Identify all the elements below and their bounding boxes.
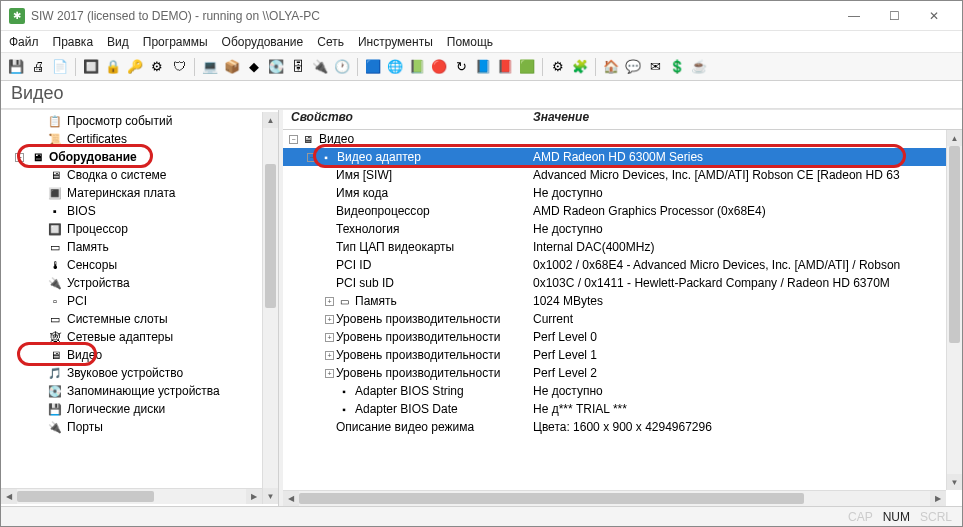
scroll-thumb[interactable] bbox=[949, 146, 960, 343]
prop-row[interactable]: Тип ЦАП видеокартыInternal DAC(400MHz) bbox=[283, 238, 946, 256]
prop-row[interactable]: Имя [SIW]Advanced Micro Devices, Inc. [A… bbox=[283, 166, 946, 184]
tree-item-просмотр-событий[interactable]: 📋Просмотр событий bbox=[1, 112, 262, 130]
tree-scrollbar-vertical[interactable]: ▲ ▼ bbox=[262, 112, 278, 504]
tree-item-процессор[interactable]: 🔲Процессор bbox=[1, 220, 262, 238]
prop-row[interactable]: −🖥Видео bbox=[283, 130, 946, 148]
tree-item-certificates[interactable]: 📜Certificates bbox=[1, 130, 262, 148]
close-button[interactable]: ✕ bbox=[914, 2, 954, 30]
scroll-track-h[interactable] bbox=[299, 491, 930, 506]
toolbar-icon-5[interactable]: 🔒 bbox=[104, 58, 122, 76]
toolbar-icon-31[interactable]: 💬 bbox=[624, 58, 642, 76]
col-name[interactable]: Свойство bbox=[283, 110, 533, 129]
expander-icon[interactable]: − bbox=[15, 153, 24, 162]
toolbar-icon-19[interactable]: 🌐 bbox=[386, 58, 404, 76]
prop-row[interactable]: +Уровень производительностиPerf Level 2 bbox=[283, 364, 946, 382]
menu-оборудование[interactable]: Оборудование bbox=[222, 35, 304, 49]
toolbar-icon-6[interactable]: 🔑 bbox=[126, 58, 144, 76]
tree-item-сенсоры[interactable]: 🌡Сенсоры bbox=[1, 256, 262, 274]
prop-row[interactable]: PCI sub ID0x103C / 0x1411 - Hewlett-Pack… bbox=[283, 274, 946, 292]
tree-item-память[interactable]: ▭Память bbox=[1, 238, 262, 256]
toolbar-icon-24[interactable]: 📕 bbox=[496, 58, 514, 76]
tree-scrollbar-horizontal[interactable]: ◀ ▶ bbox=[1, 488, 262, 504]
menu-программы[interactable]: Программы bbox=[143, 35, 208, 49]
toolbar-icon-8[interactable]: 🛡 bbox=[170, 58, 188, 76]
tree-item-сводка-о-системе[interactable]: 🖥Сводка о системе bbox=[1, 166, 262, 184]
toolbar-icon-14[interactable]: 🗄 bbox=[289, 58, 307, 76]
tree-item-bios[interactable]: ▪BIOS bbox=[1, 202, 262, 220]
scroll-track[interactable] bbox=[947, 146, 962, 474]
tree-item-оборудование[interactable]: −🖥Оборудование bbox=[1, 148, 262, 166]
toolbar-icon-34[interactable]: ☕ bbox=[690, 58, 708, 76]
toolbar-icon-18[interactable]: 🟦 bbox=[364, 58, 382, 76]
prop-row[interactable]: ТехнологияНе доступно bbox=[283, 220, 946, 238]
prop-row[interactable]: +Уровень производительностиPerf Level 0 bbox=[283, 328, 946, 346]
scroll-up-icon[interactable]: ▲ bbox=[947, 130, 962, 146]
scroll-down-icon[interactable]: ▼ bbox=[947, 474, 962, 490]
properties-body[interactable]: −🖥Видео−▪Видео адаптерAMD Radeon HD 6300… bbox=[283, 130, 962, 506]
tree-item-запоминающие-устройства[interactable]: 💽Запоминающие устройства bbox=[1, 382, 262, 400]
tree-item-порты[interactable]: 🔌Порты bbox=[1, 418, 262, 436]
minimize-button[interactable]: — bbox=[834, 2, 874, 30]
tree-item-pci[interactable]: ▫PCI bbox=[1, 292, 262, 310]
toolbar-icon-20[interactable]: 📗 bbox=[408, 58, 426, 76]
prop-row[interactable]: Описание видео режимаЦвета: 1600 x 900 x… bbox=[283, 418, 946, 436]
menu-помощь[interactable]: Помощь bbox=[447, 35, 493, 49]
menu-инструменты[interactable]: Инструменты bbox=[358, 35, 433, 49]
tree-item-видео[interactable]: 🖥Видео bbox=[1, 346, 262, 364]
prop-row[interactable]: −▪Видео адаптерAMD Radeon HD 6300M Serie… bbox=[283, 148, 946, 166]
scroll-thumb-h[interactable] bbox=[299, 493, 804, 504]
toolbar-icon-4[interactable]: 🔲 bbox=[82, 58, 100, 76]
toolbar-icon-16[interactable]: 🕐 bbox=[333, 58, 351, 76]
tree-item-логические-диски[interactable]: 💾Логические диски bbox=[1, 400, 262, 418]
expander-icon[interactable]: − bbox=[289, 135, 298, 144]
expander-icon[interactable]: + bbox=[325, 333, 334, 342]
expander-icon[interactable]: + bbox=[325, 351, 334, 360]
props-scrollbar-vertical[interactable]: ▲ ▼ bbox=[946, 130, 962, 490]
scroll-down-icon[interactable]: ▼ bbox=[263, 488, 278, 504]
tree-item-устройства[interactable]: 🔌Устройства bbox=[1, 274, 262, 292]
props-scrollbar-horizontal[interactable]: ◀ ▶ bbox=[283, 490, 946, 506]
prop-row[interactable]: Имя кодаНе доступно bbox=[283, 184, 946, 202]
prop-row[interactable]: ▪Adapter BIOS StringНе доступно bbox=[283, 382, 946, 400]
scroll-right-icon[interactable]: ▶ bbox=[246, 489, 262, 504]
prop-row[interactable]: +Уровень производительностиPerf Level 1 bbox=[283, 346, 946, 364]
menu-файл[interactable]: Файл bbox=[9, 35, 39, 49]
expander-icon[interactable]: − bbox=[307, 153, 316, 162]
toolbar-icon-11[interactable]: 📦 bbox=[223, 58, 241, 76]
toolbar-icon-21[interactable]: 🔴 bbox=[430, 58, 448, 76]
toolbar-icon-0[interactable]: 💾 bbox=[7, 58, 25, 76]
toolbar-icon-2[interactable]: 📄 bbox=[51, 58, 69, 76]
scroll-up-icon[interactable]: ▲ bbox=[263, 112, 278, 128]
tree-item-системные-слоты[interactable]: ▭Системные слоты bbox=[1, 310, 262, 328]
scroll-thumb-h[interactable] bbox=[17, 491, 154, 502]
tree-item-звуковое-устройство[interactable]: 🎵Звуковое устройство bbox=[1, 364, 262, 382]
scroll-track[interactable] bbox=[263, 128, 278, 488]
prop-row[interactable]: +▭Память1024 MBytes bbox=[283, 292, 946, 310]
toolbar-icon-1[interactable]: 🖨 bbox=[29, 58, 47, 76]
maximize-button[interactable]: ☐ bbox=[874, 2, 914, 30]
prop-row[interactable]: ▪Adapter BIOS DateНе д*** TRIAL *** bbox=[283, 400, 946, 418]
toolbar-icon-33[interactable]: 💲 bbox=[668, 58, 686, 76]
tree-item-сетевые-адаптеры[interactable]: 🕸Сетевые адаптеры bbox=[1, 328, 262, 346]
expander-icon[interactable]: + bbox=[325, 369, 334, 378]
toolbar-icon-25[interactable]: 🟩 bbox=[518, 58, 536, 76]
toolbar-icon-12[interactable]: ◆ bbox=[245, 58, 263, 76]
toolbar-icon-10[interactable]: 💻 bbox=[201, 58, 219, 76]
scroll-thumb[interactable] bbox=[265, 164, 276, 308]
expander-icon[interactable]: + bbox=[325, 315, 334, 324]
menu-вид[interactable]: Вид bbox=[107, 35, 129, 49]
toolbar-icon-28[interactable]: 🧩 bbox=[571, 58, 589, 76]
toolbar-icon-32[interactable]: ✉ bbox=[646, 58, 664, 76]
toolbar-icon-15[interactable]: 🔌 bbox=[311, 58, 329, 76]
menu-правка[interactable]: Правка bbox=[53, 35, 94, 49]
scroll-right-icon[interactable]: ▶ bbox=[930, 491, 946, 506]
col-value[interactable]: Значение bbox=[533, 110, 962, 129]
toolbar-icon-30[interactable]: 🏠 bbox=[602, 58, 620, 76]
toolbar-icon-23[interactable]: 📘 bbox=[474, 58, 492, 76]
scroll-left-icon[interactable]: ◀ bbox=[1, 489, 17, 504]
toolbar-icon-22[interactable]: ↻ bbox=[452, 58, 470, 76]
menu-сеть[interactable]: Сеть bbox=[317, 35, 344, 49]
expander-icon[interactable]: + bbox=[325, 297, 334, 306]
toolbar-icon-27[interactable]: ⚙ bbox=[549, 58, 567, 76]
tree-panel[interactable]: 📋Просмотр событий📜Certificates−🖥Оборудов… bbox=[1, 110, 279, 506]
